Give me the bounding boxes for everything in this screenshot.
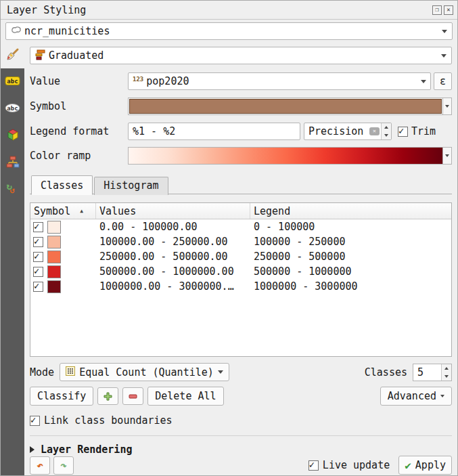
redo-button[interactable]: ↷ xyxy=(53,456,74,475)
check-icon: ✔ xyxy=(405,459,411,472)
sidebar-item-symbology[interactable] xyxy=(1,42,24,68)
history-icon: ↻ ↺ xyxy=(6,183,20,197)
sidebar-item-history[interactable]: ↻ ↺ xyxy=(1,177,24,204)
chevron-down-icon xyxy=(445,154,449,157)
renderer-name: Graduated xyxy=(49,49,104,62)
chevron-down-icon xyxy=(421,80,426,83)
spin-up-icon xyxy=(444,367,449,370)
class-visible-checkbox[interactable] xyxy=(33,267,43,277)
precision-spinner[interactable] xyxy=(381,123,391,139)
class-legend[interactable]: 0 - 100000 xyxy=(250,221,451,233)
link-class-boundaries-checkbox[interactable] xyxy=(30,416,40,426)
diagrams-icon xyxy=(6,156,20,171)
spin-up-icon xyxy=(384,126,388,129)
color-ramp-dropdown-button[interactable] xyxy=(443,147,452,165)
precision-value: Precision 0 xyxy=(308,125,368,137)
plus-icon xyxy=(104,392,112,401)
link-class-boundaries-label: Link class boundaries xyxy=(44,414,173,427)
tab-classes[interactable]: Classes xyxy=(31,175,93,195)
value-field-combo[interactable]: 123 pop2020 xyxy=(128,72,431,90)
trim-checkbox[interactable] xyxy=(398,127,408,137)
quantile-icon xyxy=(66,366,75,378)
live-update-checkbox[interactable] xyxy=(308,460,319,471)
close-panel-icon[interactable]: ✕ xyxy=(444,5,453,15)
graduated-icon xyxy=(35,49,46,63)
class-values[interactable]: 0.00 - 100000.00 xyxy=(96,221,250,233)
3d-view-icon xyxy=(7,129,19,144)
class-color-swatch[interactable] xyxy=(47,236,61,248)
undo-button[interactable]: ↶ xyxy=(30,456,50,475)
class-color-swatch[interactable] xyxy=(47,265,61,278)
color-ramp-label: Color ramp xyxy=(30,150,128,162)
class-visible-checkbox[interactable] xyxy=(33,222,43,232)
classify-button[interactable]: Classify xyxy=(30,387,93,406)
panel-title: Layer Styling xyxy=(7,4,86,16)
legend-format-label: Legend format xyxy=(30,125,128,137)
tab-histogram[interactable]: Histogram xyxy=(94,177,168,195)
sidebar-item-labels[interactable]: abc xyxy=(1,68,24,95)
panel-header: Layer Styling ❐ ✕ xyxy=(1,1,457,20)
divider xyxy=(30,435,452,436)
svg-text:abc: abc xyxy=(7,78,18,85)
apply-button[interactable]: ✔ Apply xyxy=(398,456,452,475)
class-visible-checkbox[interactable] xyxy=(33,237,43,247)
class-legend[interactable]: 1000000 - 3000000 xyxy=(250,280,451,293)
apply-label: Apply xyxy=(415,459,446,471)
class-legend[interactable]: 500000 - 1000000 xyxy=(250,265,451,278)
legend-format-input[interactable]: %1 - %2 xyxy=(128,123,300,140)
value-label: Value xyxy=(30,75,128,87)
column-header-legend[interactable]: Legend xyxy=(250,203,451,219)
advanced-button[interactable]: Advanced xyxy=(380,387,452,406)
class-values[interactable]: 100000.00 - 250000.00 xyxy=(96,236,250,248)
float-panel-icon[interactable]: ❐ xyxy=(432,5,442,15)
layer-selector[interactable]: ncr_municities xyxy=(5,22,453,40)
masks-icon: abc xyxy=(5,103,20,116)
column-header-symbol[interactable]: Symbol ▲ xyxy=(30,203,96,219)
symbol-preview xyxy=(129,99,442,114)
collapsed-arrow-icon xyxy=(30,446,35,453)
table-row: 500000.00 - 1000000.00500000 - 1000000 xyxy=(30,264,451,279)
class-values[interactable]: 500000.00 - 1000000.00 xyxy=(96,265,250,278)
symbology-icon xyxy=(6,47,20,64)
symbol-dropdown-button[interactable] xyxy=(443,98,452,115)
chevron-down-icon xyxy=(445,105,449,108)
renderer-selector[interactable]: Graduated xyxy=(30,47,452,64)
delete-all-button[interactable]: Delete All xyxy=(147,387,223,406)
column-header-values[interactable]: Values xyxy=(96,203,250,219)
class-visible-checkbox[interactable] xyxy=(33,282,43,292)
layer-rendering-label: Layer Rendering xyxy=(41,443,132,456)
class-visible-checkbox[interactable] xyxy=(33,252,43,262)
symbol-button[interactable] xyxy=(128,98,443,115)
polygon-layer-icon xyxy=(11,25,22,37)
numeric-field-icon: 123 xyxy=(133,76,143,83)
class-color-swatch[interactable] xyxy=(47,221,61,234)
class-color-swatch[interactable] xyxy=(47,280,61,293)
chevron-down-icon xyxy=(218,370,223,374)
classes-table-header: Symbol ▲ Values Legend xyxy=(30,203,451,219)
table-row: 250000.00 - 500000.00250000 - 500000 xyxy=(30,249,451,264)
layer-rendering-toggle[interactable]: Layer Rendering xyxy=(30,443,452,456)
sort-ascending-icon: ▲ xyxy=(80,208,83,214)
class-values[interactable]: 250000.00 - 500000.00 xyxy=(96,251,250,263)
sidebar-item-diagrams[interactable] xyxy=(1,150,24,177)
class-color-swatch[interactable] xyxy=(47,251,61,263)
precision-spinbox[interactable]: Precision 0 ✕ xyxy=(304,123,392,140)
chevron-down-icon xyxy=(441,54,446,58)
clear-icon[interactable]: ✕ xyxy=(369,127,380,135)
expression-builder-button[interactable]: ε xyxy=(434,72,452,90)
legend-format-value: %1 - %2 xyxy=(133,125,175,137)
remove-class-button[interactable] xyxy=(122,387,143,405)
class-legend[interactable]: 250000 - 500000 xyxy=(250,251,451,263)
classes-spinner[interactable] xyxy=(441,364,451,381)
sidebar-item-3d-view[interactable] xyxy=(1,123,24,150)
add-class-button[interactable] xyxy=(97,387,118,405)
labels-icon: abc xyxy=(5,76,20,89)
classes-spinbox[interactable]: 5 xyxy=(413,364,452,381)
symbol-label: Symbol xyxy=(30,100,128,112)
live-update-label: Live update xyxy=(323,459,390,471)
class-values[interactable]: 1000000.00 - 3000000.… xyxy=(96,280,250,293)
mode-dropdown[interactable]: Equal Count (Quantile) xyxy=(60,363,229,381)
color-ramp-preview[interactable] xyxy=(128,147,443,165)
sidebar-item-masks[interactable]: abc xyxy=(1,95,24,123)
class-legend[interactable]: 100000 - 250000 xyxy=(250,236,451,248)
